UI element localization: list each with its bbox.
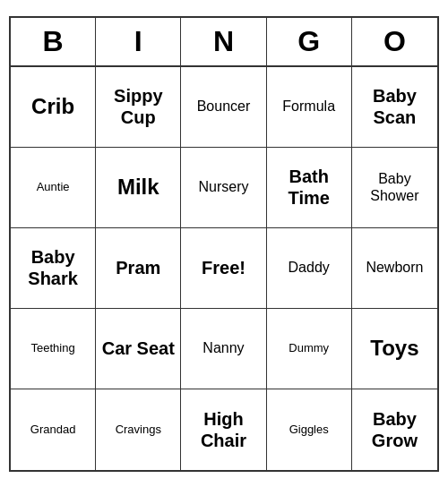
bingo-grid: CribSippy CupBouncerFormulaBaby ScanAunt… [11,67,437,470]
bingo-cell: Nanny [181,309,266,389]
cell-text: Free! [185,257,262,278]
bingo-cell: Car Seat [96,309,181,389]
bingo-cell: Auntie [11,148,96,228]
header-letter: B [11,18,96,65]
cell-text: Baby Shower [356,170,434,204]
cell-text: Toys [356,336,434,362]
bingo-cell: Baby Grow [352,389,437,470]
bingo-cell: Bath Time [267,148,352,228]
bingo-header: BINGO [11,18,437,67]
cell-text: Baby Shark [14,246,91,289]
bingo-cell: Nursery [181,148,266,228]
cell-text: Sippy Cup [99,85,177,128]
cell-text: Dummy [271,341,348,355]
cell-text: Formula [271,98,348,115]
cell-text: Daddy [271,259,348,276]
header-letter: O [352,18,437,65]
bingo-cell: Bouncer [181,67,266,148]
cell-text: Newborn [356,259,434,276]
bingo-cell: Teething [11,309,96,389]
bingo-cell: Baby Shower [352,148,437,228]
bingo-cell: Formula [267,67,352,148]
bingo-cell: Giggles [267,389,352,470]
bingo-cell: Free! [181,228,266,309]
bingo-cell: Toys [352,309,437,389]
bingo-card: BINGO CribSippy CupBouncerFormulaBaby Sc… [9,16,439,472]
cell-text: Grandad [14,423,91,437]
cell-text: High Chair [185,408,262,451]
cell-text: Baby Scan [356,85,434,128]
cell-text: Crib [14,94,91,120]
cell-text: Baby Grow [356,408,434,451]
header-letter: G [267,18,352,65]
bingo-cell: Milk [96,148,181,228]
bingo-cell: Pram [96,228,181,309]
cell-text: Bath Time [271,166,348,209]
cell-text: Nanny [185,339,262,356]
cell-text: Bouncer [185,98,262,115]
bingo-cell: Grandad [11,389,96,470]
header-letter: N [181,18,266,65]
bingo-cell: Sippy Cup [96,67,181,148]
bingo-cell: Newborn [352,228,437,309]
bingo-cell: Baby Shark [11,228,96,309]
bingo-cell: Cravings [96,389,181,470]
bingo-cell: Dummy [267,309,352,389]
cell-text: Pram [99,257,177,278]
cell-text: Nursery [185,178,262,195]
cell-text: Teething [14,341,91,355]
cell-text: Car Seat [99,337,177,359]
cell-text: Milk [99,175,177,201]
bingo-cell: Daddy [267,228,352,309]
cell-text: Auntie [14,180,91,194]
bingo-cell: Crib [11,67,96,148]
bingo-cell: High Chair [181,389,266,470]
bingo-cell: Baby Scan [352,67,437,148]
cell-text: Cravings [99,423,177,437]
cell-text: Giggles [271,423,348,437]
header-letter: I [96,18,181,65]
